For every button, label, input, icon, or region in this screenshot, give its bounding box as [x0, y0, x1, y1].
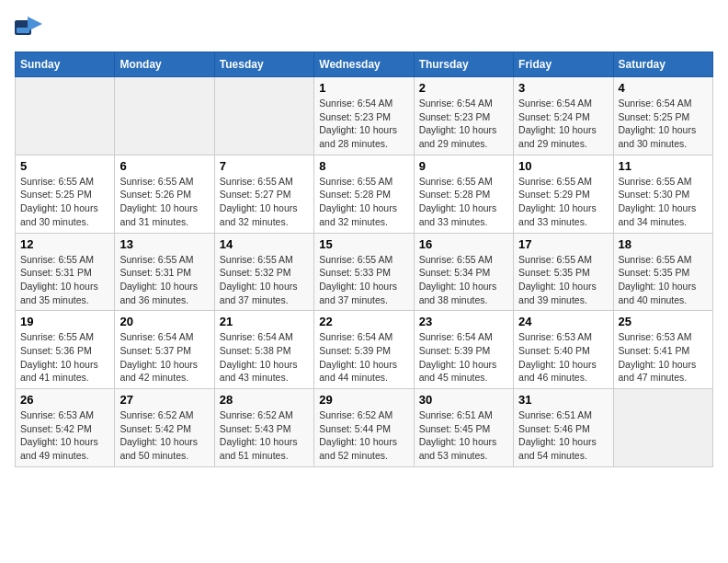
day-info: Sunrise: 6:55 AMSunset: 5:28 PMDaylight:… [419, 175, 508, 229]
calendar-cell: 26Sunrise: 6:53 AMSunset: 5:42 PMDayligh… [16, 389, 115, 467]
day-info: Sunrise: 6:55 AMSunset: 5:31 PMDaylight:… [119, 253, 209, 307]
day-number: 5 [20, 159, 109, 173]
calendar-header: SundayMondayTuesdayWednesdayThursdayFrid… [16, 52, 713, 77]
calendar-cell: 18Sunrise: 6:55 AMSunset: 5:35 PMDayligh… [613, 233, 712, 311]
header-row: SundayMondayTuesdayWednesdayThursdayFrid… [16, 52, 713, 77]
day-info: Sunrise: 6:54 AMSunset: 5:39 PMDaylight:… [319, 330, 408, 385]
day-info: Sunrise: 6:55 AMSunset: 5:29 PMDaylight:… [518, 175, 608, 229]
calendar-cell: 28Sunrise: 6:52 AMSunset: 5:43 PMDayligh… [214, 389, 313, 467]
weekday-header: Tuesday [214, 52, 313, 77]
day-number: 29 [319, 393, 408, 407]
calendar-cell: 22Sunrise: 6:54 AMSunset: 5:39 PMDayligh… [314, 311, 414, 389]
calendar-cell: 10Sunrise: 6:55 AMSunset: 5:29 PMDayligh… [514, 155, 613, 233]
day-info: Sunrise: 6:54 AMSunset: 5:23 PMDaylight:… [419, 97, 508, 151]
calendar-cell: 17Sunrise: 6:55 AMSunset: 5:35 PMDayligh… [514, 233, 613, 311]
day-info: Sunrise: 6:51 AMSunset: 5:45 PMDaylight:… [419, 408, 508, 463]
day-info: Sunrise: 6:55 AMSunset: 5:25 PMDaylight:… [20, 175, 109, 229]
calendar-week-row: 1Sunrise: 6:54 AMSunset: 5:23 PMDaylight… [16, 77, 713, 155]
weekday-header: Saturday [613, 52, 712, 77]
calendar-cell: 30Sunrise: 6:51 AMSunset: 5:45 PMDayligh… [414, 389, 513, 467]
day-number: 19 [20, 315, 109, 328]
calendar-cell: 14Sunrise: 6:55 AMSunset: 5:32 PMDayligh… [214, 233, 313, 311]
day-number: 20 [119, 315, 209, 328]
calendar-body: 1Sunrise: 6:54 AMSunset: 5:23 PMDaylight… [16, 77, 713, 467]
day-info: Sunrise: 6:55 AMSunset: 5:32 PMDaylight:… [220, 253, 309, 307]
day-number: 24 [518, 315, 608, 328]
day-info: Sunrise: 6:53 AMSunset: 5:40 PMDaylight:… [518, 330, 608, 385]
day-number: 23 [419, 315, 508, 328]
day-info: Sunrise: 6:52 AMSunset: 5:44 PMDaylight:… [319, 408, 408, 463]
svg-marker-1 [28, 17, 42, 31]
day-info: Sunrise: 6:54 AMSunset: 5:38 PMDaylight:… [220, 330, 309, 385]
day-number: 18 [619, 237, 708, 251]
calendar-cell: 23Sunrise: 6:54 AMSunset: 5:39 PMDayligh… [414, 311, 513, 389]
svg-rect-2 [17, 28, 29, 33]
day-info: Sunrise: 6:55 AMSunset: 5:30 PMDaylight:… [619, 175, 708, 229]
calendar-week-row: 5Sunrise: 6:55 AMSunset: 5:25 PMDaylight… [16, 155, 713, 233]
calendar-cell: 13Sunrise: 6:55 AMSunset: 5:31 PMDayligh… [115, 233, 214, 311]
day-info: Sunrise: 6:55 AMSunset: 5:34 PMDaylight:… [419, 253, 508, 307]
day-number: 14 [220, 237, 309, 251]
calendar-cell: 15Sunrise: 6:55 AMSunset: 5:33 PMDayligh… [314, 233, 414, 311]
calendar-cell: 31Sunrise: 6:51 AMSunset: 5:46 PMDayligh… [514, 389, 613, 467]
day-number: 21 [220, 315, 309, 328]
day-info: Sunrise: 6:55 AMSunset: 5:28 PMDaylight:… [319, 175, 408, 229]
calendar-week-row: 19Sunrise: 6:55 AMSunset: 5:36 PMDayligh… [16, 311, 713, 389]
calendar-cell: 4Sunrise: 6:54 AMSunset: 5:25 PMDaylight… [613, 77, 712, 155]
day-number: 1 [319, 81, 408, 95]
calendar-cell: 16Sunrise: 6:55 AMSunset: 5:34 PMDayligh… [414, 233, 513, 311]
day-number: 30 [419, 393, 508, 407]
day-number: 2 [419, 81, 508, 95]
day-number: 6 [119, 159, 209, 173]
calendar-cell: 25Sunrise: 6:53 AMSunset: 5:41 PMDayligh… [613, 311, 712, 389]
day-info: Sunrise: 6:53 AMSunset: 5:41 PMDaylight:… [619, 330, 708, 385]
day-number: 3 [518, 81, 608, 95]
calendar-cell: 5Sunrise: 6:55 AMSunset: 5:25 PMDaylight… [16, 155, 115, 233]
page-header [15, 15, 713, 40]
calendar-cell: 6Sunrise: 6:55 AMSunset: 5:26 PMDaylight… [115, 155, 214, 233]
day-number: 9 [419, 159, 508, 173]
day-number: 16 [419, 237, 508, 251]
day-number: 15 [319, 237, 408, 251]
calendar-cell [115, 77, 214, 155]
day-number: 25 [619, 315, 708, 328]
calendar-cell [214, 77, 313, 155]
logo-icon [15, 15, 44, 40]
day-number: 27 [119, 393, 209, 407]
calendar-cell: 21Sunrise: 6:54 AMSunset: 5:38 PMDayligh… [214, 311, 313, 389]
calendar-cell: 20Sunrise: 6:54 AMSunset: 5:37 PMDayligh… [115, 311, 214, 389]
logo [15, 15, 48, 40]
calendar-week-row: 12Sunrise: 6:55 AMSunset: 5:31 PMDayligh… [16, 233, 713, 311]
weekday-header: Sunday [16, 52, 115, 77]
day-number: 28 [220, 393, 309, 407]
calendar-cell: 12Sunrise: 6:55 AMSunset: 5:31 PMDayligh… [16, 233, 115, 311]
calendar-cell: 24Sunrise: 6:53 AMSunset: 5:40 PMDayligh… [514, 311, 613, 389]
weekday-header: Monday [115, 52, 214, 77]
day-number: 26 [20, 393, 109, 407]
day-info: Sunrise: 6:55 AMSunset: 5:35 PMDaylight:… [518, 253, 608, 307]
day-number: 7 [220, 159, 309, 173]
calendar-cell [16, 77, 115, 155]
day-number: 11 [619, 159, 708, 173]
day-info: Sunrise: 6:55 AMSunset: 5:33 PMDaylight:… [319, 253, 408, 307]
calendar-cell: 8Sunrise: 6:55 AMSunset: 5:28 PMDaylight… [314, 155, 414, 233]
day-number: 31 [518, 393, 608, 407]
day-info: Sunrise: 6:52 AMSunset: 5:42 PMDaylight:… [119, 408, 209, 463]
calendar-cell: 3Sunrise: 6:54 AMSunset: 5:24 PMDaylight… [514, 77, 613, 155]
calendar-cell [613, 389, 712, 467]
day-number: 10 [518, 159, 608, 173]
day-number: 4 [619, 81, 708, 95]
day-info: Sunrise: 6:54 AMSunset: 5:25 PMDaylight:… [619, 97, 708, 151]
day-number: 12 [20, 237, 109, 251]
calendar-cell: 19Sunrise: 6:55 AMSunset: 5:36 PMDayligh… [16, 311, 115, 389]
day-info: Sunrise: 6:54 AMSunset: 5:24 PMDaylight:… [518, 97, 608, 151]
day-number: 22 [319, 315, 408, 328]
weekday-header: Friday [514, 52, 613, 77]
day-number: 17 [518, 237, 608, 251]
calendar-cell: 29Sunrise: 6:52 AMSunset: 5:44 PMDayligh… [314, 389, 414, 467]
weekday-header: Wednesday [314, 52, 414, 77]
day-info: Sunrise: 6:52 AMSunset: 5:43 PMDaylight:… [220, 408, 309, 463]
day-info: Sunrise: 6:55 AMSunset: 5:35 PMDaylight:… [619, 253, 708, 307]
day-info: Sunrise: 6:54 AMSunset: 5:37 PMDaylight:… [119, 330, 209, 385]
day-info: Sunrise: 6:54 AMSunset: 5:39 PMDaylight:… [419, 330, 508, 385]
